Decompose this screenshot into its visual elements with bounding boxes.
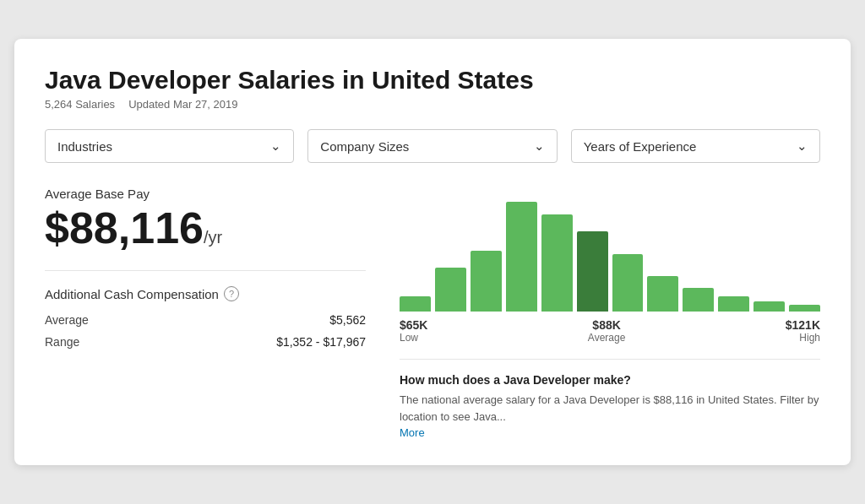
info-title: How much does a Java Developer make? bbox=[400, 373, 820, 387]
hist-high-value: $121K bbox=[786, 318, 820, 332]
histogram-bar bbox=[541, 214, 573, 312]
hist-label-low: $65K Low bbox=[400, 318, 427, 344]
salary-card: Java Developer Salaries in United States… bbox=[14, 39, 851, 465]
salary-period: /yr bbox=[204, 228, 222, 247]
industries-label: Industries bbox=[57, 139, 112, 154]
hist-high-text: High bbox=[786, 332, 820, 344]
industries-dropdown[interactable]: Industries ⌄ bbox=[45, 129, 294, 163]
cash-comp-range-row: Range $1,352 - $17,967 bbox=[45, 335, 366, 349]
years-experience-label: Years of Experience bbox=[584, 139, 697, 154]
cash-comp-average-label: Average bbox=[45, 313, 89, 327]
divider bbox=[45, 270, 366, 271]
hist-avg-text: Average bbox=[588, 332, 625, 344]
histogram-bar bbox=[789, 305, 820, 312]
cash-comp-average-row: Average $5,562 bbox=[45, 313, 366, 327]
hist-label-avg: $88K Average bbox=[588, 318, 625, 344]
cash-comp-title: Additional Cash Compensation bbox=[45, 287, 219, 301]
salary-amount: $88,116 bbox=[45, 203, 204, 252]
histogram-labels: $65K Low $88K Average $121K High bbox=[400, 318, 820, 344]
cash-comp-average-value: $5,562 bbox=[329, 313, 366, 327]
cash-comp-range-label: Range bbox=[45, 335, 79, 349]
filters-row: Industries ⌄ Company Sizes ⌄ Years of Ex… bbox=[45, 129, 820, 163]
right-panel: $65K Low $88K Average $121K High How muc… bbox=[400, 187, 820, 442]
page-title: Java Developer Salaries in United States bbox=[45, 66, 820, 95]
company-sizes-chevron-icon: ⌄ bbox=[534, 138, 545, 154]
updated-date: Updated Mar 27, 2019 bbox=[128, 98, 237, 111]
histogram-bar bbox=[612, 254, 644, 312]
subtitle-row: 5,264 Salaries Updated Mar 27, 2019 bbox=[45, 98, 820, 111]
histogram-bar bbox=[647, 276, 678, 312]
hist-label-high: $121K High bbox=[786, 318, 820, 344]
hist-low-text: Low bbox=[400, 332, 427, 344]
histogram-bars bbox=[400, 187, 820, 313]
histogram-bar bbox=[683, 288, 714, 312]
question-icon[interactable]: ? bbox=[224, 286, 239, 301]
hist-avg-value: $88K bbox=[588, 318, 625, 332]
info-section: How much does a Java Developer make? The… bbox=[400, 359, 820, 442]
more-link[interactable]: More bbox=[400, 426, 425, 439]
company-sizes-label: Company Sizes bbox=[320, 139, 409, 154]
avg-label: Average Base Pay bbox=[45, 187, 366, 201]
histogram: $65K Low $88K Average $121K High bbox=[400, 187, 820, 339]
cash-comp-header: Additional Cash Compensation ? bbox=[45, 286, 366, 301]
cash-comp-range-value: $1,352 - $17,967 bbox=[276, 335, 366, 349]
salary-count: 5,264 Salaries bbox=[45, 98, 115, 111]
years-experience-chevron-icon: ⌄ bbox=[797, 138, 808, 154]
hist-low-value: $65K bbox=[400, 318, 427, 332]
avg-salary: $88,116/yr bbox=[45, 206, 366, 250]
info-body-text: The national average salary for a Java D… bbox=[400, 393, 819, 423]
histogram-bar bbox=[577, 231, 608, 312]
histogram-bar bbox=[435, 268, 466, 312]
histogram-bar bbox=[400, 296, 431, 312]
industries-chevron-icon: ⌄ bbox=[270, 138, 281, 154]
left-panel: Average Base Pay $88,116/yr Additional C… bbox=[45, 187, 366, 442]
main-content: Average Base Pay $88,116/yr Additional C… bbox=[45, 187, 820, 442]
histogram-bar bbox=[506, 202, 537, 312]
histogram-bar bbox=[753, 301, 785, 312]
years-experience-dropdown[interactable]: Years of Experience ⌄ bbox=[571, 129, 820, 163]
histogram-bar bbox=[471, 251, 502, 312]
info-body: The national average salary for a Java D… bbox=[400, 392, 820, 442]
histogram-bar bbox=[718, 296, 749, 312]
company-sizes-dropdown[interactable]: Company Sizes ⌄ bbox=[307, 129, 557, 163]
